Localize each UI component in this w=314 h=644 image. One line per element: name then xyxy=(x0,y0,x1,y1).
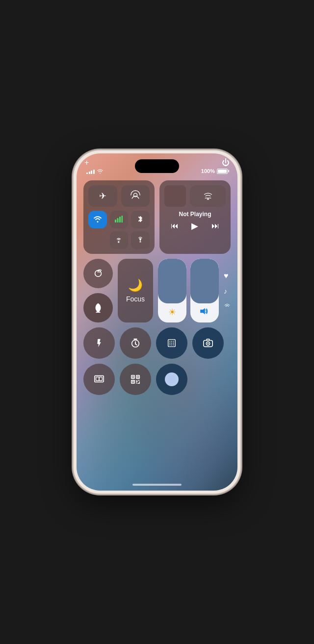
airdrop-icon xyxy=(115,236,122,245)
wifi-status-icon xyxy=(97,168,104,175)
svg-rect-16 xyxy=(169,345,170,346)
svg-rect-28 xyxy=(137,376,139,378)
moon-icon: 🌙 xyxy=(128,278,143,292)
side-icons: ♥ ♪ xyxy=(224,272,231,310)
svg-rect-13 xyxy=(169,343,170,344)
svg-point-21 xyxy=(208,343,209,345)
signal-bar-1 xyxy=(86,173,88,174)
airplay-button[interactable] xyxy=(190,185,226,207)
brightness-slider[interactable]: ☀ xyxy=(158,259,186,322)
conn-bottom xyxy=(88,211,150,249)
now-playing-tile: Not Playing ⏮ ▶ ⏭ xyxy=(159,180,231,254)
connectivity-tile: ✈ xyxy=(83,180,155,254)
airdrop-top-icon xyxy=(130,190,141,203)
svg-rect-15 xyxy=(173,343,174,344)
phone-screen: + ⏻ 100% xyxy=(77,153,237,491)
now-playing-title: Not Playing xyxy=(164,211,226,218)
rewind-button[interactable]: ⏮ xyxy=(171,222,179,230)
row-2-container: 🌙 Focus ☀ xyxy=(83,259,231,322)
focus-button[interactable]: 🌙 Focus xyxy=(118,259,153,322)
battery-fill xyxy=(218,170,227,173)
cellular-button[interactable] xyxy=(110,211,129,228)
svg-marker-7 xyxy=(200,308,205,315)
cellular-icon xyxy=(115,216,123,224)
status-left xyxy=(86,168,104,175)
add-widget-icon[interactable]: + xyxy=(84,158,89,167)
fast-forward-button[interactable]: ⏭ xyxy=(211,222,219,230)
sliders-section: ☀ xyxy=(158,259,231,322)
svg-rect-1 xyxy=(115,220,116,223)
mute-button[interactable] xyxy=(83,293,113,322)
svg-rect-2 xyxy=(117,218,119,223)
qr-scanner-button[interactable] xyxy=(120,364,151,395)
volume-icon xyxy=(200,307,209,318)
svg-rect-30 xyxy=(132,381,134,383)
airdrop-top-button[interactable] xyxy=(121,185,150,207)
row-4 xyxy=(83,364,231,395)
svg-rect-24 xyxy=(99,377,102,380)
volume-dark-fill xyxy=(190,259,219,303)
svg-rect-3 xyxy=(119,217,121,223)
hotspot-button[interactable] xyxy=(131,231,150,249)
dynamic-island xyxy=(135,159,179,173)
album-art xyxy=(164,185,186,207)
battery-icon xyxy=(217,169,228,174)
home-indicator xyxy=(132,484,182,486)
camera-button[interactable] xyxy=(192,327,224,359)
screen-mirror-button[interactable] xyxy=(83,364,115,395)
control-center: ✈ xyxy=(83,180,231,395)
airdrop-button[interactable] xyxy=(110,231,129,249)
power-icon[interactable]: ⏻ xyxy=(222,158,230,167)
status-right: 100% xyxy=(201,168,228,174)
airplane-mode-button[interactable]: ✈ xyxy=(88,185,117,207)
svg-rect-18 xyxy=(173,345,174,346)
svg-rect-4 xyxy=(122,216,123,223)
rotation-lock-button[interactable] xyxy=(83,259,113,288)
screen-record-button[interactable] xyxy=(156,364,187,395)
bluetooth-icon xyxy=(138,215,143,224)
svg-rect-26 xyxy=(132,376,134,378)
hotspot-icon xyxy=(137,236,144,245)
brightness-dark-fill xyxy=(158,259,186,303)
svg-rect-6 xyxy=(97,307,100,311)
record-inner xyxy=(165,372,179,386)
radio-wave-icon xyxy=(224,302,231,310)
now-playing-controls: ⏮ ▶ ⏭ xyxy=(164,221,226,231)
now-playing-top xyxy=(164,185,226,207)
phone-frame: + ⏻ 100% xyxy=(74,150,240,494)
signal-bar-3 xyxy=(91,171,92,174)
svg-rect-14 xyxy=(171,343,172,344)
svg-rect-12 xyxy=(173,341,174,342)
music-note-icon: ♪ xyxy=(224,287,231,295)
battery-percentage: 100% xyxy=(201,168,215,174)
wifi-toggle-icon xyxy=(92,214,103,225)
svg-rect-10 xyxy=(169,341,170,342)
airplane-icon: ✈ xyxy=(99,191,106,201)
calculator-button[interactable] xyxy=(156,327,187,359)
signal-bar-2 xyxy=(89,172,90,174)
wifi-toggle-button[interactable] xyxy=(88,211,107,228)
round-buttons-col xyxy=(83,259,113,322)
focus-label: Focus xyxy=(126,295,145,303)
conn-top: ✈ xyxy=(88,185,150,207)
svg-rect-17 xyxy=(171,345,172,346)
bluetooth-button[interactable] xyxy=(131,211,150,228)
flashlight-button[interactable] xyxy=(83,327,115,359)
row-3 xyxy=(83,327,231,359)
row-1: ✈ xyxy=(83,180,231,254)
timer-button[interactable] xyxy=(120,327,151,359)
record-dot xyxy=(168,375,176,383)
heart-icon: ♥ xyxy=(224,272,231,280)
brightness-icon: ☀ xyxy=(168,307,176,318)
svg-rect-23 xyxy=(96,377,99,380)
signal-bar-4 xyxy=(93,170,95,174)
svg-rect-11 xyxy=(171,341,172,342)
play-button[interactable]: ▶ xyxy=(191,221,198,231)
signal-bars xyxy=(86,168,95,174)
volume-slider[interactable] xyxy=(190,259,219,322)
